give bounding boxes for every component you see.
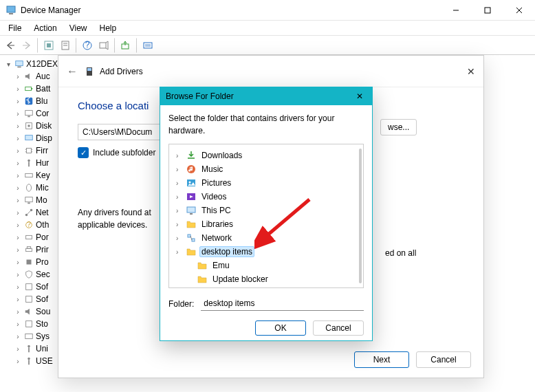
svg-rect-57 [87, 68, 91, 71]
expand-icon[interactable]: › [14, 283, 22, 291]
update-driver-icon[interactable] [118, 38, 133, 53]
svg-rect-27 [27, 149, 32, 153]
browse-button[interactable]: wse... [380, 119, 417, 135]
add-driver-icon[interactable] [140, 38, 155, 53]
folder-icon [186, 219, 197, 230]
expand-icon[interactable]: › [14, 358, 22, 365]
folder-item[interactable]: ›Music [172, 162, 360, 176]
expand-icon[interactable]: › [14, 221, 22, 229]
folder-item[interactable]: Update blocker [172, 272, 360, 286]
tree-item-label: Sou [36, 307, 50, 316]
expand-icon[interactable]: › [14, 259, 22, 266]
scrollbar[interactable] [359, 149, 362, 283]
wizard-close-icon[interactable]: ✕ [467, 66, 475, 77]
wizard-note-tail: ed on all [385, 247, 416, 259]
svg-rect-22 [25, 111, 33, 116]
expand-icon[interactable]: › [14, 147, 22, 155]
expand-icon[interactable]: › [14, 320, 22, 328]
include-subfolders-checkbox[interactable]: ✓ [78, 147, 89, 158]
svg-rect-65 [188, 235, 190, 237]
toolbar: ? [0, 36, 535, 55]
collapse-icon[interactable]: ▾ [4, 61, 12, 68]
folder-item[interactable]: Emu [172, 259, 360, 272]
expand-icon[interactable]: › [176, 152, 183, 160]
menu-file[interactable]: File [3, 22, 27, 34]
folder-item[interactable]: ›desktop items [172, 245, 360, 259]
expand-icon[interactable]: › [14, 333, 22, 340]
dialog-close-icon[interactable]: ✕ [353, 91, 367, 101]
expand-icon[interactable]: › [14, 345, 22, 353]
expand-icon[interactable]: › [176, 235, 183, 242]
tree-item-label: Sof [36, 282, 48, 292]
network-icon [23, 207, 34, 218]
properties-icon[interactable] [58, 38, 73, 53]
next-button[interactable]: Next [354, 351, 409, 368]
folder-item[interactable]: ›This PC [172, 204, 360, 217]
soft-icon [23, 281, 34, 292]
folder-input[interactable] [201, 296, 364, 311]
expand-icon[interactable]: › [176, 179, 183, 187]
svg-rect-50 [26, 321, 32, 327]
svg-point-32 [28, 160, 30, 162]
folder-item[interactable]: ›Pictures [172, 176, 360, 190]
tree-item-label: Key [36, 171, 50, 180]
cancel-button[interactable]: Cancel [416, 351, 471, 368]
back-icon[interactable] [3, 38, 18, 53]
folder-item[interactable]: ›Downloads [172, 149, 360, 162]
forward-icon[interactable] [19, 38, 34, 53]
expand-icon[interactable]: › [14, 184, 22, 192]
svg-rect-18 [17, 67, 21, 68]
dialog-cancel-button[interactable]: Cancel [313, 320, 364, 336]
expand-icon[interactable]: › [14, 308, 22, 316]
svg-point-25 [28, 124, 30, 127]
expand-icon[interactable]: › [14, 209, 22, 217]
expand-icon[interactable]: › [14, 135, 22, 142]
keyboard-icon [23, 170, 34, 181]
expand-icon[interactable]: › [176, 221, 183, 228]
wizard-back-icon[interactable]: ← [67, 65, 78, 78]
wizard-note-2: applicable devices. [78, 220, 147, 230]
expand-icon[interactable]: › [14, 197, 22, 204]
tree-item-label: Mo [36, 195, 47, 205]
expand-icon[interactable]: › [14, 172, 22, 179]
titlebar: Device Manager [0, 0, 535, 21]
folder-item[interactable]: ›Network [172, 231, 360, 245]
usb-icon [23, 356, 34, 367]
expand-icon[interactable]: › [176, 248, 183, 256]
svg-rect-0 [7, 6, 15, 12]
expand-icon[interactable]: › [14, 110, 22, 118]
expand-icon[interactable]: › [14, 296, 22, 303]
svg-text:?: ? [27, 220, 31, 228]
expand-icon[interactable]: › [14, 246, 22, 254]
expand-icon[interactable]: › [176, 166, 183, 173]
expand-icon[interactable]: › [14, 85, 22, 93]
menu-help[interactable]: Help [94, 22, 122, 34]
menu-view[interactable]: View [64, 22, 93, 34]
help-icon[interactable]: ? [80, 38, 95, 53]
show-hidden-icon[interactable] [41, 38, 56, 53]
menu-action[interactable]: Action [28, 22, 62, 34]
tree-item-label: Blu [36, 96, 47, 106]
expand-icon[interactable]: › [176, 207, 183, 215]
pc-icon [186, 205, 197, 216]
scan-icon[interactable] [96, 38, 111, 53]
minimize-button[interactable] [440, 0, 472, 21]
close-button[interactable] [503, 0, 535, 21]
folder-tree[interactable]: ›Downloads›Music›Pictures›Videos›This PC… [168, 144, 364, 288]
expand-icon[interactable]: › [14, 271, 22, 279]
expand-icon[interactable]: › [14, 122, 22, 130]
folder-item-label: This PC [199, 205, 233, 216]
expand-icon[interactable]: › [14, 234, 22, 241]
tree-item-label: Sto [36, 319, 48, 329]
folder-item[interactable]: ›Videos [172, 190, 360, 204]
maximize-button[interactable] [472, 0, 503, 21]
svg-rect-20 [32, 88, 33, 89]
expand-icon[interactable]: › [14, 73, 22, 80]
svg-rect-51 [25, 334, 33, 339]
expand-icon[interactable]: › [14, 98, 22, 105]
disk-icon [23, 120, 34, 131]
ok-button[interactable]: OK [255, 320, 306, 336]
expand-icon[interactable]: › [14, 160, 22, 167]
folder-item[interactable]: ›Libraries [172, 217, 360, 231]
expand-icon[interactable]: › [176, 193, 183, 201]
